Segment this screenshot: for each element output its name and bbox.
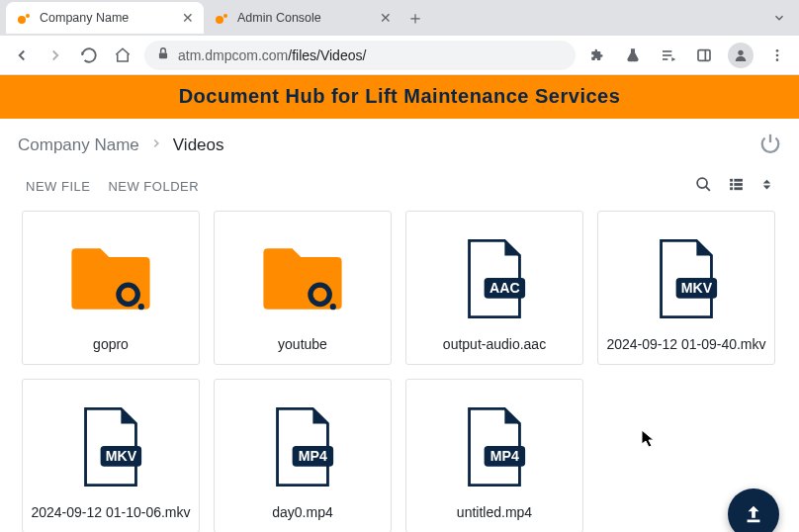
extensions-icon[interactable]	[585, 44, 609, 67]
svg-point-12	[776, 49, 779, 52]
file-icon: MP4	[222, 390, 383, 504]
list-view-icon[interactable]	[728, 176, 745, 197]
folder-icon	[31, 222, 191, 336]
home-button[interactable]	[111, 44, 134, 67]
search-icon[interactable]	[695, 176, 712, 197]
svg-rect-22	[730, 187, 733, 190]
browser-tab-0[interactable]: Company Name ✕	[6, 2, 204, 34]
tile-label: day0.mp4	[222, 504, 383, 520]
new-folder-button[interactable]: NEW FOLDER	[108, 179, 199, 194]
svg-marker-24	[763, 180, 771, 184]
svg-rect-21	[734, 183, 743, 186]
file-grid: gopro youtube AAC output-audio.aac	[0, 211, 799, 532]
svg-marker-8	[671, 57, 675, 61]
file-tile[interactable]: MP4 untitled.mp4	[405, 379, 583, 532]
file-tile[interactable]: MP4 day0.mp4	[214, 379, 392, 532]
file-tile[interactable]: AAC output-audio.aac	[405, 211, 583, 365]
favicon-icon	[214, 10, 229, 26]
svg-point-27	[138, 304, 144, 310]
breadcrumb-current: Videos	[173, 135, 224, 155]
svg-text:MKV: MKV	[681, 280, 713, 296]
breadcrumb-root[interactable]: Company Name	[18, 135, 139, 155]
file-icon: AAC	[414, 222, 575, 336]
url-text: atm.dmpcom.com/files/Videos/	[178, 47, 366, 63]
svg-rect-9	[698, 49, 710, 60]
svg-point-13	[776, 53, 779, 56]
favicon-icon	[16, 10, 32, 26]
action-row: NEW FILE NEW FOLDER	[0, 172, 799, 211]
svg-rect-19	[734, 179, 743, 182]
banner-text: Document Hub for Lift Maintenance Servic…	[179, 85, 621, 107]
tile-label: youtube	[222, 336, 383, 352]
svg-rect-40	[748, 520, 760, 523]
tile-label: untitled.mp4	[414, 504, 575, 520]
svg-text:MP4: MP4	[490, 448, 519, 464]
folder-icon	[222, 222, 383, 336]
tabs-menu-icon[interactable]	[765, 11, 793, 25]
svg-marker-25	[763, 186, 771, 190]
svg-point-0	[18, 16, 26, 24]
browser-tab-bar: Company Name ✕ Admin Console ✕ ＋	[0, 0, 799, 36]
tile-label: output-audio.aac	[414, 336, 575, 352]
tile-label: gopro	[31, 336, 191, 352]
svg-point-3	[223, 14, 227, 18]
url-bar[interactable]: atm.dmpcom.com/files/Videos/	[144, 41, 576, 70]
svg-point-2	[216, 16, 223, 24]
svg-rect-23	[734, 187, 743, 190]
tab-title: Admin Console	[237, 11, 372, 25]
svg-text:MP4: MP4	[299, 448, 327, 464]
breadcrumb-row: Company Name Videos	[0, 119, 799, 172]
svg-text:AAC: AAC	[489, 280, 520, 296]
profile-avatar[interactable]	[728, 43, 754, 68]
svg-rect-20	[730, 183, 733, 186]
close-tab-icon[interactable]: ✕	[380, 10, 392, 26]
reload-button[interactable]	[77, 44, 101, 67]
svg-point-1	[26, 14, 30, 18]
svg-rect-4	[159, 52, 167, 58]
back-button[interactable]	[10, 44, 34, 67]
new-file-button[interactable]: NEW FILE	[26, 179, 90, 194]
browser-tab-1[interactable]: Admin Console ✕	[204, 2, 401, 34]
browser-toolbar: atm.dmpcom.com/files/Videos/	[0, 36, 799, 75]
svg-rect-18	[730, 179, 733, 182]
folder-tile[interactable]: gopro	[22, 211, 200, 365]
svg-point-29	[330, 304, 336, 310]
upload-fab[interactable]	[728, 488, 779, 532]
power-icon[interactable]	[759, 133, 781, 158]
svg-text:MKV: MKV	[106, 448, 137, 464]
file-icon: MKV	[31, 390, 191, 504]
labs-icon[interactable]	[621, 44, 645, 67]
playlist-icon[interactable]	[657, 44, 680, 67]
lock-icon	[156, 46, 170, 63]
svg-line-17	[706, 187, 710, 191]
tile-label: 2024-09-12 01-09-40.mkv	[606, 336, 766, 352]
file-icon: MKV	[606, 222, 766, 336]
chevron-right-icon	[149, 135, 163, 155]
file-tile[interactable]: MKV 2024-09-12 01-10-06.mkv	[22, 379, 200, 532]
tile-label: 2024-09-12 01-10-06.mkv	[31, 504, 191, 520]
svg-point-16	[697, 178, 707, 188]
upload-icon	[743, 503, 764, 525]
file-tile[interactable]: MKV 2024-09-12 01-09-40.mkv	[597, 211, 775, 365]
new-tab-button[interactable]: ＋	[401, 4, 429, 32]
folder-tile[interactable]: youtube	[214, 211, 392, 365]
close-tab-icon[interactable]: ✕	[182, 10, 194, 26]
kebab-menu-icon[interactable]	[765, 44, 789, 67]
svg-point-11	[738, 49, 743, 54]
page-banner: Document Hub for Lift Maintenance Servic…	[0, 75, 799, 119]
breadcrumb: Company Name Videos	[18, 135, 224, 155]
forward-button[interactable]	[44, 44, 67, 67]
sidepanel-icon[interactable]	[692, 44, 716, 67]
svg-point-14	[776, 58, 779, 61]
tab-title: Company Name	[40, 11, 174, 25]
sort-icon[interactable]	[760, 176, 773, 197]
file-icon: MP4	[414, 390, 575, 504]
